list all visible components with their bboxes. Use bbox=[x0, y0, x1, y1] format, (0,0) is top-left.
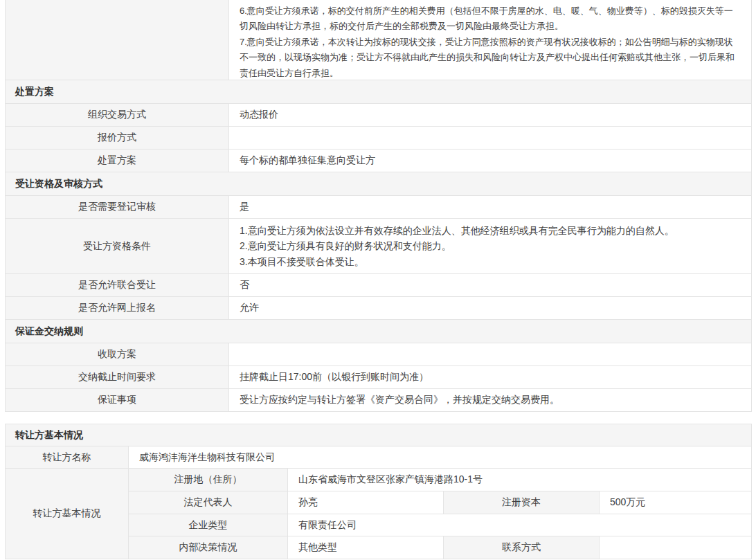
qualification-conditions-label: 受让方资格条件 bbox=[6, 219, 229, 273]
table-row: 是否允许联合受让 否 bbox=[6, 273, 751, 296]
table-row: 转让方基本情况 bbox=[6, 424, 751, 446]
collection-plan-value bbox=[229, 343, 751, 365]
section-header-qualification: 受让资格及审核方式 bbox=[6, 172, 751, 195]
table-row: 内部决策情况 其他类型 联系方式 bbox=[129, 536, 751, 559]
registration-review-label: 是否需要登记审核 bbox=[6, 196, 229, 218]
table-row: 报价方式 bbox=[6, 126, 751, 149]
joint-transfer-value: 否 bbox=[229, 274, 751, 296]
listing-terms-table: 6.意向受让方须承诺，标的交付前所产生的相关费用（包括但不限于房屋的水、电、暖、… bbox=[5, 0, 752, 412]
contact-value bbox=[600, 536, 751, 559]
registration-review-value: 是 bbox=[229, 196, 751, 218]
quote-method-value bbox=[229, 127, 751, 149]
transferor-name-label: 转让方名称 bbox=[6, 446, 129, 468]
table-row: 法定代表人 孙亮 注册资本 500万元 bbox=[129, 491, 751, 514]
trade-method-label: 组织交易方式 bbox=[6, 104, 229, 126]
registered-capital-value: 500万元 bbox=[600, 491, 751, 514]
registered-capital-label: 注册资本 bbox=[444, 491, 600, 514]
quote-method-label: 报价方式 bbox=[6, 127, 229, 149]
table-row: 收取方案 bbox=[6, 343, 751, 365]
commitments-label-cell bbox=[6, 0, 229, 80]
guarantee-items-label: 保证事项 bbox=[6, 389, 229, 411]
legal-representative-value: 孙亮 bbox=[288, 491, 444, 514]
table-row: 是否需要登记审核 是 bbox=[6, 195, 751, 218]
payment-deadline-label: 交纳截止时间要求 bbox=[6, 366, 229, 388]
guarantee-items-value: 受让方应按约定与转让方签署《资产交易合同》，并按规定交纳交易费用。 bbox=[229, 389, 751, 411]
registered-address-value: 山东省威海市文登区张家产镇海港路10-1号 bbox=[288, 469, 751, 491]
payment-deadline-value: 挂牌截止日17:00前（以银行到账时间为准） bbox=[229, 366, 751, 388]
internal-decision-label: 内部决策情况 bbox=[129, 536, 288, 559]
online-signup-value: 允许 bbox=[229, 297, 751, 319]
section-header-deposit-rules: 保证金交纳规则 bbox=[6, 320, 751, 343]
online-signup-label: 是否允许网上报名 bbox=[6, 297, 229, 319]
table-row: 处置方案 每个标的都单独征集意向受让方 bbox=[6, 149, 751, 172]
registered-address-label: 注册地（住所） bbox=[129, 469, 288, 491]
collection-plan-label: 收取方案 bbox=[6, 343, 229, 365]
table-row: 保证事项 受让方应按约定与转让方签署《资产交易合同》，并按规定交纳交易费用。 bbox=[6, 388, 751, 411]
qualification-conditions-value: 1.意向受让方须为依法设立并有效存续的企业法人、其他经济组织或具有完全民事行为能… bbox=[229, 219, 751, 273]
transfer-commitments-text: 6.意向受让方须承诺，标的交付前所产生的相关费用（包括但不限于房屋的水、电、暖、… bbox=[229, 0, 751, 80]
section-header-disposal-plan: 处置方案 bbox=[6, 80, 751, 103]
table-row: 组织交易方式 动态报价 bbox=[6, 103, 751, 126]
table-row: 保证金交纳规则 bbox=[6, 319, 751, 343]
section-header-transferor-info: 转让方基本情况 bbox=[6, 424, 751, 446]
table-row: 受让资格及审核方式 bbox=[6, 172, 751, 195]
table-row: 受让方资格条件 1.意向受让方须为依法设立并有效存续的企业法人、其他经济组织或具… bbox=[6, 218, 751, 273]
legal-representative-label: 法定代表人 bbox=[129, 491, 288, 514]
internal-decision-value: 其他类型 bbox=[288, 536, 444, 559]
table-row: 注册地（住所） 山东省威海市文登区张家产镇海港路10-1号 bbox=[129, 469, 751, 491]
trade-method-value: 动态报价 bbox=[229, 104, 751, 126]
table-row: 是否允许网上报名 允许 bbox=[6, 296, 751, 319]
table-row: 转让方名称 威海鸿沣海洋生物科技有限公司 bbox=[6, 446, 751, 468]
transferor-details-group-label: 转让方基本情况 bbox=[6, 469, 129, 559]
transferor-info-table: 转让方基本情况 转让方名称 威海鸿沣海洋生物科技有限公司 转让方基本情况 注册地… bbox=[5, 424, 752, 559]
table-row: 交纳截止时间要求 挂牌截止日17:00前（以银行到账时间为准） bbox=[6, 365, 751, 388]
disposal-plan-value: 每个标的都单独征集意向受让方 bbox=[229, 150, 751, 172]
company-type-label: 企业类型 bbox=[129, 514, 288, 536]
contact-label: 联系方式 bbox=[444, 536, 600, 559]
disposal-plan-label: 处置方案 bbox=[6, 150, 229, 172]
joint-transfer-label: 是否允许联合受让 bbox=[6, 274, 229, 296]
table-row: 处置方案 bbox=[6, 80, 751, 103]
table-row: 6.意向受让方须承诺，标的交付前所产生的相关费用（包括但不限于房屋的水、电、暖、… bbox=[6, 0, 751, 80]
company-type-value: 有限责任公司 bbox=[288, 514, 751, 536]
table-row: 企业类型 有限责任公司 bbox=[129, 514, 751, 536]
transferor-details-group: 转让方基本情况 注册地（住所） 山东省威海市文登区张家产镇海港路10-1号 法定… bbox=[6, 468, 751, 559]
transferor-name-value: 威海鸿沣海洋生物科技有限公司 bbox=[129, 446, 751, 468]
